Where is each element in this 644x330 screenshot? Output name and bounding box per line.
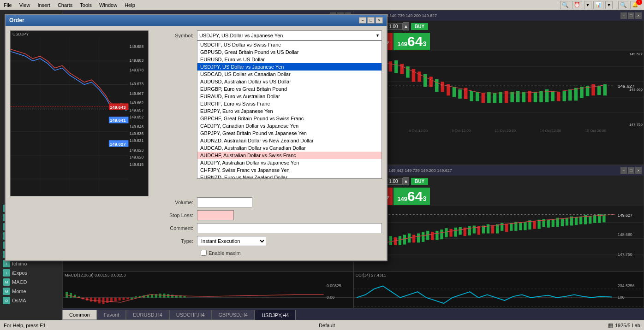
menu-view[interactable]: View bbox=[16, 1, 34, 9]
clock-toolbar-btn[interactable]: ⏰ bbox=[572, 1, 582, 9]
dropdown-item-audnzd[interactable]: AUDNZD, Australian Dollar vs New Zealand… bbox=[197, 137, 382, 144]
svg-rect-218 bbox=[435, 231, 438, 240]
dropdown-item-eurchf[interactable]: EURCHF, Euro vs Swiss Franc bbox=[197, 100, 382, 107]
svg-rect-181 bbox=[135, 296, 137, 298]
volume-input[interactable] bbox=[197, 197, 252, 207]
dropdown-item-euraud[interactable]: EURAUD, Euro vs Australian Dollar bbox=[197, 93, 382, 100]
chart-bottom-right-vol-up[interactable]: ▲ bbox=[403, 177, 409, 185]
svg-rect-179 bbox=[126, 297, 129, 299]
dropdown-item-chfjpy[interactable]: CHFJPY, Swiss Franc vs Japanese Yen bbox=[197, 166, 382, 174]
tab-gbpusd-h4[interactable]: GBPUSD,H4 bbox=[212, 310, 255, 320]
svg-rect-171 bbox=[94, 297, 96, 302]
chart-down-btn[interactable]: ▼ bbox=[605, 1, 613, 9]
menu-window[interactable]: Window bbox=[95, 1, 121, 9]
svg-rect-187 bbox=[159, 293, 161, 297]
symbol-dropdown-list[interactable]: USDCHF, US Dollar vs Swiss Franc GBPUSD,… bbox=[197, 41, 382, 179]
chart-bottom-right-minimize[interactable]: − bbox=[620, 167, 627, 174]
dropdown-item-eurusd[interactable]: EURUSD, Euro vs US Dollar bbox=[197, 56, 382, 63]
chart-bottom-right-buy-btn[interactable]: BUY bbox=[411, 178, 428, 185]
magnify-btn[interactable]: 🔍 bbox=[618, 1, 628, 9]
tab-usdchf-h4[interactable]: USDCHF,H4 bbox=[169, 310, 212, 320]
menu-charts[interactable]: Charts bbox=[54, 1, 76, 9]
dialog-titlebar: Order − □ × bbox=[6, 15, 387, 26]
svg-text:100: 100 bbox=[617, 295, 624, 300]
svg-rect-190 bbox=[171, 295, 173, 297]
menu-tools[interactable]: Tools bbox=[76, 1, 95, 9]
svg-rect-67 bbox=[423, 74, 427, 87]
svg-rect-165 bbox=[70, 293, 72, 297]
dropdown-item-eurjpy[interactable]: EURJPY, Euro vs Japanese Yen bbox=[197, 107, 382, 115]
sidebar-item-macd[interactable]: M MACD bbox=[0, 277, 62, 287]
chart-top-right-buy-btn[interactable]: BUY bbox=[411, 23, 428, 30]
chart-top-right-minimize[interactable]: − bbox=[620, 12, 627, 19]
dropdown-item-usdjpy[interactable]: USDJPY, US Dollar vs Japanese Yen bbox=[197, 63, 382, 71]
comment-input[interactable] bbox=[197, 223, 382, 233]
stop-loss-input[interactable] bbox=[197, 210, 234, 220]
search-toolbar-btn[interactable]: 🔍 bbox=[560, 1, 570, 9]
dropdown-item-gbpusd[interactable]: GBPUSD, Great Britain Pound vs US Dollar bbox=[197, 48, 382, 56]
svg-rect-219 bbox=[440, 230, 443, 239]
chart-top-right-vol-up[interactable]: ▲ bbox=[403, 22, 409, 30]
svg-text:149.652: 149.652 bbox=[130, 115, 144, 119]
menu-help[interactable]: Help bbox=[121, 1, 139, 9]
dropdown-item-cadjpy[interactable]: CADJPY, Canadian Dollar vs Japanese Yen bbox=[197, 122, 382, 130]
dropdown-item-audchf[interactable]: AUDCHF, Australian Dollar vs Swiss Franc bbox=[197, 152, 382, 159]
menu-insert[interactable]: Insert bbox=[34, 1, 54, 9]
chart-bottom-right-header: USDJPY,H4 H4 149.443 149.739 149.200 149… bbox=[354, 165, 644, 176]
svg-rect-79 bbox=[493, 93, 496, 103]
notification-badge: 1 bbox=[636, 0, 642, 5]
svg-rect-73 bbox=[458, 89, 462, 99]
menu-file[interactable]: File bbox=[0, 1, 16, 9]
dialog-restore-btn[interactable]: □ bbox=[367, 17, 375, 24]
svg-rect-178 bbox=[122, 297, 125, 300]
dropdown-item-eurnzd[interactable]: EURNZD, Euro vs New Zealand Dollar bbox=[197, 174, 382, 179]
tab-common[interactable]: Common bbox=[62, 310, 97, 320]
chart-top-right-restore[interactable]: □ bbox=[628, 12, 634, 19]
sidebar-item-iexpos[interactable]: i iExpos bbox=[0, 268, 62, 277]
chart-bottom-right-close[interactable]: × bbox=[635, 167, 642, 174]
dropdown-item-audcad[interactable]: AUDCAD, Australian Dollar vs Canadian Do… bbox=[197, 144, 382, 152]
svg-rect-80 bbox=[499, 92, 502, 103]
sidebar-item-mome[interactable]: M Mome bbox=[0, 287, 62, 296]
type-select[interactable]: Instant Execution bbox=[197, 236, 266, 246]
symbol-dropdown[interactable]: USDJPY, US Dollar vs Japanese Yen ▼ USDC… bbox=[197, 30, 382, 41]
chart-icon-btn[interactable]: 📊 bbox=[593, 1, 603, 9]
svg-rect-77 bbox=[481, 93, 485, 103]
svg-rect-225 bbox=[468, 226, 471, 236]
dropdown-item-audjpy[interactable]: AUDJPY, Australian Dollar vs Japanese Ye… bbox=[197, 159, 382, 166]
type-label: Type: bbox=[153, 238, 197, 244]
sidebar-item-osma[interactable]: O OsMA bbox=[0, 296, 62, 305]
svg-text:149.643: 149.643 bbox=[110, 105, 126, 110]
svg-text:149.627: 149.627 bbox=[617, 212, 632, 218]
dialog-minimize-btn[interactable]: − bbox=[359, 17, 366, 24]
tab-eurusd-h4[interactable]: EURUSD,H4 bbox=[126, 310, 169, 320]
svg-text:149.678: 149.678 bbox=[130, 68, 144, 72]
chart-bottom-right-restore[interactable]: □ bbox=[628, 167, 634, 174]
tab-favorit[interactable]: Favorit bbox=[97, 310, 126, 320]
comment-label: Comment: bbox=[153, 225, 197, 231]
dropdown-item-audusd[interactable]: AUDUSD, Australian Dollar vs US Dollar bbox=[197, 78, 382, 85]
symbol-dropdown-arrow: ▼ bbox=[376, 33, 380, 38]
svg-rect-221 bbox=[449, 229, 452, 237]
enable-max-checkbox[interactable] bbox=[201, 250, 207, 256]
svg-rect-180 bbox=[131, 297, 133, 299]
svg-rect-69 bbox=[435, 79, 438, 92]
svg-text:149.623: 149.623 bbox=[130, 148, 144, 153]
dropdown-item-gbpjpy[interactable]: GBPJPY, Great Britain Pound vs Japanese … bbox=[197, 130, 382, 137]
chart-bottom-right-buy-price: 149 64 3 bbox=[394, 188, 430, 205]
chart-top-right-buy-price: 149 64 3 bbox=[394, 33, 430, 50]
dropdown-item-usdchf[interactable]: USDCHF, US Dollar vs Swiss Franc bbox=[197, 41, 382, 48]
svg-text:0.00325: 0.00325 bbox=[327, 283, 341, 288]
dropdown-item-usdcad[interactable]: USDCAD, US Dollar vs Canadian Dollar bbox=[197, 71, 382, 78]
chart-top-right-close[interactable]: × bbox=[635, 12, 642, 19]
dropdown-item-gbpchf[interactable]: GBPCHF, Great Britain Pound vs Swiss Fra… bbox=[197, 115, 382, 122]
svg-rect-226 bbox=[472, 225, 475, 233]
svg-rect-252 bbox=[593, 215, 596, 223]
dropdown-item-eurgbp[interactable]: EURGBP, Euro vs Great Britain Pound bbox=[197, 85, 382, 93]
down-arrow-btn[interactable]: ▼ bbox=[584, 1, 591, 9]
svg-text:149.636: 149.636 bbox=[130, 131, 144, 136]
svg-rect-66 bbox=[417, 71, 421, 82]
tr-price-mid1: 148.660 bbox=[618, 88, 644, 92]
tab-usdjpy-h4[interactable]: USDJPY,H4 bbox=[255, 310, 296, 320]
dialog-close-btn[interactable]: × bbox=[376, 17, 383, 24]
